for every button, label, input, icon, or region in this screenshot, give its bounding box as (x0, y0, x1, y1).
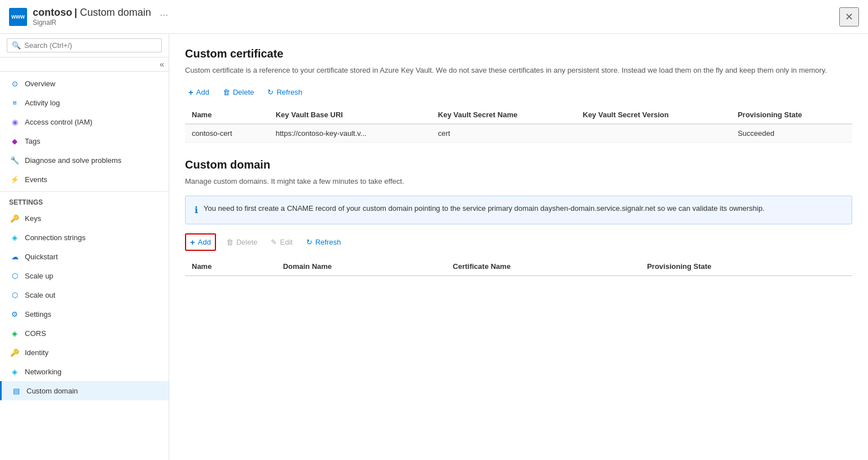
sidebar-item-keys[interactable]: 🔑 Keys (0, 209, 169, 228)
sidebar-item-label-overview: Overview (25, 79, 55, 88)
cert-add-button[interactable]: + Add (185, 85, 213, 99)
networking-icon: ◈ (9, 366, 20, 377)
cert-col-secret-name: Key Vault Secret Name (431, 106, 576, 124)
sidebar-item-label-cors: CORS (25, 329, 46, 338)
custom-domain-icon: ▤ (11, 385, 22, 396)
sidebar: 🔍 « ⊙ Overview ≡ Activity log ◉ Access c… (0, 34, 169, 460)
sidebar-item-cors[interactable]: ◈ CORS (0, 324, 169, 343)
info-icon: ℹ (195, 204, 198, 217)
sidebar-item-custom-domain[interactable]: ▤ Custom domain (0, 381, 169, 400)
domain-table: Name Domain Name Certificate Name Provis… (185, 258, 852, 276)
search-box: 🔍 (0, 34, 169, 58)
sidebar-item-label-settings: Settings (25, 310, 51, 319)
cors-icon: ◈ (9, 328, 20, 339)
table-row[interactable]: contoso-cert https://contoso-key-vault.v… (185, 124, 852, 143)
page-name: Custom domain (80, 7, 151, 18)
cert-col-uri: Key Vault Base URI (269, 106, 431, 124)
title-separator: | (74, 7, 80, 18)
sidebar-item-access-control[interactable]: ◉ Access control (IAM) (0, 112, 169, 131)
sidebar-item-activity-log[interactable]: ≡ Activity log (0, 93, 169, 112)
info-banner: ℹ You need to first create a CNAME recor… (185, 196, 852, 224)
domain-refresh-icon: ↻ (306, 238, 312, 246)
cert-col-state: Provisioning State (731, 106, 852, 124)
sidebar-item-scale-up[interactable]: ⬡ Scale up (0, 266, 169, 285)
collapse-sidebar-button[interactable]: « (160, 60, 164, 69)
main-layout: 🔍 « ⊙ Overview ≡ Activity log ◉ Access c… (0, 34, 868, 460)
cert-col-name: Name (185, 106, 269, 124)
quickstart-icon: ☁ (9, 251, 20, 262)
cert-section-desc: Custom certificate is a reference to you… (185, 65, 852, 76)
cert-delete-button[interactable]: 🗑 Delete (219, 86, 258, 99)
identity-icon: 🔑 (9, 347, 20, 358)
cert-cell-name: contoso-cert (185, 124, 269, 143)
search-input[interactable] (24, 41, 157, 50)
domain-delete-icon: 🗑 (226, 238, 233, 246)
cert-table: Name Key Vault Base URI Key Vault Secret… (185, 106, 852, 143)
domain-add-button[interactable]: + Add (187, 235, 214, 249)
info-banner-text: You need to first create a CNAME record … (204, 203, 765, 214)
domain-col-domain-name: Domain Name (276, 258, 446, 276)
cert-cell-state: Succeeded (731, 124, 852, 143)
events-icon: ⚡ (9, 174, 20, 185)
sidebar-item-settings[interactable]: ⚙ Settings (0, 304, 169, 324)
cert-section-title: Custom certificate (185, 47, 852, 60)
domain-delete-button[interactable]: 🗑 Delete (223, 236, 261, 249)
sidebar-item-label-scaleup: Scale up (25, 272, 54, 280)
domain-toolbar: + Add 🗑 Delete ✎ Edit ↻ Refresh (185, 233, 852, 251)
domain-col-cert-name: Certificate Name (446, 258, 640, 276)
title-bar: www contoso | Custom domain ... SignalR … (0, 0, 868, 34)
service-type: SignalR (33, 19, 839, 26)
cert-refresh-button[interactable]: ↻ Refresh (264, 86, 306, 99)
domain-col-name: Name (185, 258, 276, 276)
domain-edit-button[interactable]: ✎ Edit (267, 236, 296, 249)
sidebar-item-label-events: Events (25, 175, 47, 184)
cert-delete-icon: 🗑 (223, 88, 230, 96)
domain-section-title: Custom domain (185, 158, 852, 171)
sidebar-item-events[interactable]: ⚡ Events (0, 170, 169, 189)
cert-add-icon: + (188, 87, 193, 97)
cert-toolbar: + Add 🗑 Delete ↻ Refresh (185, 85, 852, 99)
sidebar-item-label-custom-domain: Custom domain (27, 387, 78, 395)
domain-section-desc: Manage custom domains. It might take a f… (185, 176, 852, 187)
cert-cell-secret-name: cert (431, 124, 576, 143)
cert-cell-uri: https://contoso-key-vault.v... (269, 124, 431, 143)
domain-refresh-button[interactable]: ↻ Refresh (303, 236, 345, 249)
sidebar-item-label-scaleout: Scale out (25, 291, 55, 299)
sidebar-item-label-networking: Networking (25, 368, 61, 376)
sidebar-item-label-activity: Activity log (25, 99, 60, 107)
sidebar-item-label-connstr: Connection strings (25, 233, 86, 242)
app-icon: www (9, 8, 27, 26)
sidebar-item-connection-strings[interactable]: ◈ Connection strings (0, 228, 169, 247)
sidebar-item-tags[interactable]: ◆ Tags (0, 131, 169, 151)
cert-col-secret-version: Key Vault Secret Version (576, 106, 731, 124)
cert-cell-secret-version (576, 124, 731, 143)
content-area: Custom certificate Custom certificate is… (169, 34, 868, 460)
sidebar-item-label-tags: Tags (25, 137, 40, 145)
close-button[interactable]: ✕ (839, 7, 859, 26)
sidebar-item-label-keys: Keys (25, 214, 41, 223)
sidebar-item-diagnose[interactable]: 🔧 Diagnose and solve problems (0, 151, 169, 170)
access-control-icon: ◉ (9, 116, 20, 127)
keys-icon: 🔑 (9, 213, 20, 224)
sidebar-item-identity[interactable]: 🔑 Identity (0, 343, 169, 362)
search-wrapper[interactable]: 🔍 (7, 38, 162, 52)
sidebar-item-scale-out[interactable]: ⬡ Scale out (0, 285, 169, 304)
scale-out-icon: ⬡ (9, 289, 20, 300)
sidebar-item-label-quickstart: Quickstart (25, 253, 58, 261)
domain-edit-icon: ✎ (271, 238, 277, 246)
tags-icon: ◆ (9, 135, 20, 147)
cert-section: Custom certificate Custom certificate is… (185, 47, 852, 143)
overview-icon: ⊙ (9, 78, 20, 89)
nav-list: ⊙ Overview ≡ Activity log ◉ Access contr… (0, 72, 169, 460)
sidebar-item-overview[interactable]: ⊙ Overview (0, 74, 169, 93)
cert-refresh-icon: ↻ (267, 88, 274, 96)
sidebar-item-label-identity: Identity (25, 348, 49, 357)
domain-section: Custom domain Manage custom domains. It … (185, 158, 852, 277)
sidebar-item-networking[interactable]: ◈ Networking (0, 362, 169, 381)
sidebar-item-label-access: Access control (IAM) (25, 118, 92, 126)
sidebar-item-quickstart[interactable]: ☁ Quickstart (0, 247, 169, 266)
sidebar-item-label-diagnose: Diagnose and solve problems (25, 156, 121, 165)
settings-section-label: Settings (0, 191, 169, 209)
ellipsis-icon[interactable]: ... (160, 7, 168, 18)
domain-col-state: Provisioning State (640, 258, 852, 276)
